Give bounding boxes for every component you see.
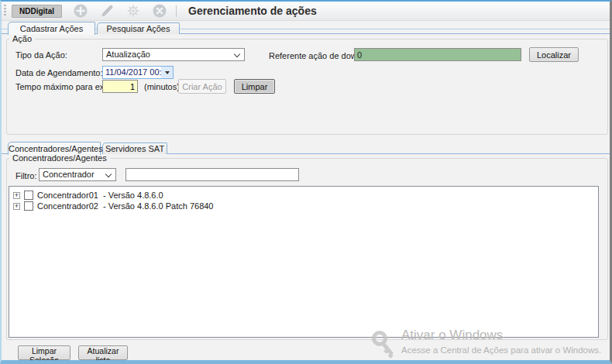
tree-row-concentrador01[interactable]: + Concentrador01 - Versão 4.8.6.0 — [9, 190, 163, 201]
expand-icon[interactable]: + — [13, 203, 20, 210]
edit-pencil-icon[interactable] — [99, 3, 115, 19]
settings-gear-icon[interactable] — [125, 3, 141, 19]
tab-pesquisar-acoes[interactable]: Pesquisar Ações — [97, 22, 180, 34]
page-title: Gerenciamento de ações — [188, 5, 317, 17]
chevron-down-icon — [234, 51, 240, 57]
tempo-maximo-input[interactable] — [102, 80, 138, 93]
tab-servidores-sat[interactable]: Servidores SAT — [102, 143, 167, 154]
tab-cadastrar-acoes[interactable]: Cadastrar Ações — [8, 22, 95, 35]
chevron-down-icon — [105, 171, 112, 177]
app-window: NDDigital Gerenciamento de ações Cadastr… — [0, 0, 612, 364]
checkbox-concentrador01[interactable] — [24, 191, 33, 200]
tab-concentradores-agentes[interactable]: Concentradores/Agentes — [8, 142, 101, 155]
concentradores-tree-list[interactable]: + Concentrador01 - Versão 4.8.6.0 + Conc… — [9, 186, 599, 338]
limpar-selecao-button[interactable]: Limpar Seleção — [18, 345, 70, 360]
toolbar-separator — [176, 5, 177, 17]
add-icon[interactable] — [73, 3, 88, 19]
toolbar: NDDigital Gerenciamento de ações — [2, 2, 610, 21]
windows-key-icon — [370, 331, 397, 362]
cancel-icon[interactable] — [152, 3, 167, 19]
filtro-combobox[interactable]: Concentrador — [39, 168, 116, 181]
tree-item-label: Concentrador02 - Versão 4.8.6.0 Patch 76… — [37, 201, 214, 211]
checkbox-concentrador02[interactable] — [24, 201, 33, 211]
filtro-search-input[interactable] — [125, 168, 299, 181]
watermark-subtitle: Acesse a Central de Ações para ativar o … — [401, 345, 601, 355]
datepicker-dropdown-button[interactable] — [161, 67, 173, 78]
tree-row-concentrador02[interactable]: + Concentrador02 - Versão 4.8.6.0 Patch … — [9, 201, 214, 211]
tree-item-label: Concentrador01 - Versão 4.8.6.0 — [37, 191, 163, 200]
filtro-label: Filtro: — [15, 171, 37, 180]
nddigital-brand-button[interactable]: NDDigital — [12, 5, 62, 18]
data-agendamento-datepicker[interactable]: 11/04/2017 00:00 — [102, 66, 174, 79]
minutos-unit-label: (minutos) — [144, 82, 180, 91]
toolbar-grip[interactable] — [4, 5, 6, 17]
filtro-value: Concentrador — [43, 170, 95, 179]
criar-acao-button[interactable]: Criar Ação — [178, 79, 226, 94]
tipo-acao-value: Atualização — [106, 50, 150, 59]
data-agendamento-label: Data de Agendamento: — [15, 68, 103, 77]
tipo-acao-combobox[interactable]: Atualização — [102, 48, 245, 61]
expand-icon[interactable]: + — [13, 192, 20, 199]
atualizar-lista-button[interactable]: Atualizar lista — [78, 345, 128, 360]
localizar-button[interactable]: Localizar — [529, 47, 579, 62]
tipo-acao-label: Tipo da Ação: — [15, 50, 67, 60]
watermark-title: Ativar o Windows — [401, 328, 503, 343]
triangle-down-icon — [165, 71, 170, 74]
referente-download-field[interactable] — [354, 48, 521, 61]
acao-group-legend: Ação — [9, 34, 35, 43]
limpar-button[interactable]: Limpar — [234, 79, 275, 94]
